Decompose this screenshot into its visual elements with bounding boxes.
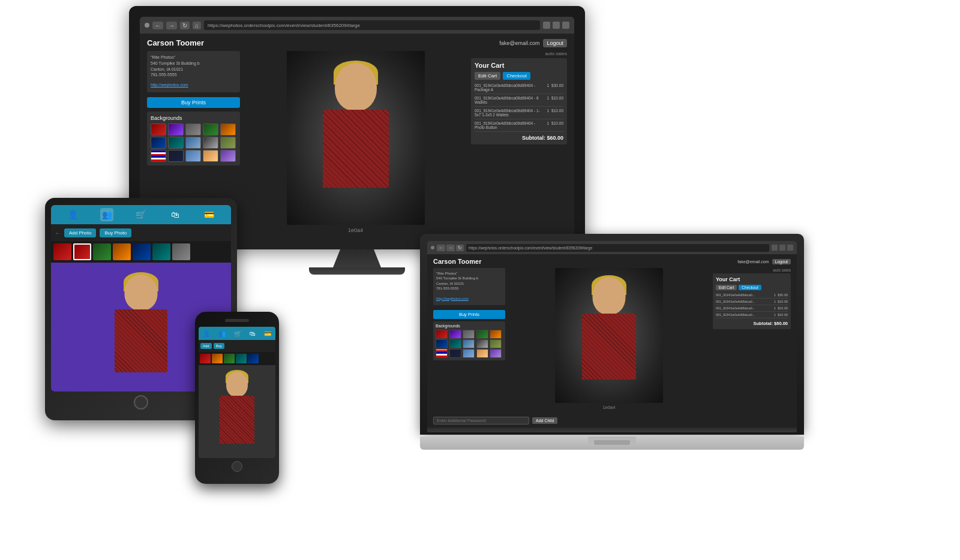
laptop-url-bar[interactable]: https://wephotos.orderschoolpix.com/even… bbox=[466, 244, 769, 252]
tablet-bg-6[interactable] bbox=[152, 243, 170, 260]
cart-item-1-qty: 1 bbox=[547, 83, 549, 88]
backgrounds-title: Backgrounds bbox=[151, 115, 236, 121]
tablet-buy-photo-button[interactable]: Buy Photo bbox=[100, 228, 131, 237]
phone-bg-3[interactable] bbox=[224, 354, 235, 363]
laptop-ci-2-price: $10.00 bbox=[778, 300, 788, 303]
bg-thumb-3[interactable] bbox=[185, 124, 201, 136]
bg-thumb-8[interactable] bbox=[185, 137, 201, 149]
laptop-reload-button[interactable]: ↻ bbox=[456, 245, 464, 251]
checkout-button[interactable]: Checkout bbox=[503, 72, 530, 80]
tablet-back-arrow[interactable]: ← bbox=[55, 230, 61, 236]
bg-thumb-5[interactable] bbox=[220, 124, 236, 136]
phone-outer: 👤 👥 🛒 🛍 💳 Add Buy bbox=[195, 312, 279, 484]
cart-item-4-price: $10.00 bbox=[551, 121, 563, 125]
tablet-bg-3[interactable] bbox=[93, 243, 111, 260]
phone-action-bar: Add Buy bbox=[199, 340, 275, 352]
bg-thumb-11[interactable] bbox=[151, 150, 166, 162]
laptop-bg-6[interactable] bbox=[436, 339, 448, 348]
laptop-hinge bbox=[420, 432, 804, 435]
laptop-action-1 bbox=[772, 245, 778, 251]
laptop-bg-10[interactable] bbox=[490, 339, 502, 348]
phone-bg-4[interactable] bbox=[236, 354, 247, 363]
phone-shop-icon: 🛍 bbox=[250, 330, 256, 337]
laptop-bg-3[interactable] bbox=[463, 330, 475, 339]
laptop-checkout-button[interactable]: Checkout bbox=[739, 285, 761, 290]
forward-button[interactable]: → bbox=[166, 22, 177, 29]
logout-button[interactable]: Logout bbox=[543, 39, 567, 47]
laptop-student-photo bbox=[555, 268, 663, 403]
buy-prints-button[interactable]: Buy Prints bbox=[147, 97, 240, 108]
browser-url-bar[interactable]: https://wephotos.orderschoolpix.com/even… bbox=[204, 20, 540, 30]
tablet-bg-4[interactable] bbox=[113, 243, 131, 260]
back-button[interactable]: ← bbox=[152, 22, 163, 29]
phone-bg-1[interactable] bbox=[200, 354, 211, 363]
phone-buy-button[interactable]: Buy bbox=[214, 343, 224, 349]
laptop-header-right: fake@email.com Logout bbox=[737, 259, 791, 264]
bg-thumb-4[interactable] bbox=[203, 124, 218, 136]
laptop-buy-prints-button[interactable]: Buy Prints bbox=[433, 310, 505, 319]
phone-bg-5[interactable] bbox=[248, 354, 259, 363]
add-child-button[interactable]: Add Child bbox=[532, 417, 557, 424]
bg-thumb-12[interactable] bbox=[168, 150, 184, 162]
laptop-bg-14[interactable] bbox=[476, 349, 488, 358]
tablet-bg-5[interactable] bbox=[133, 243, 151, 260]
tablet-action-bar: ← Add Photo Buy Photo bbox=[51, 224, 231, 241]
bg-thumb-7[interactable] bbox=[168, 137, 184, 149]
laptop-forward-button[interactable]: → bbox=[446, 245, 455, 251]
cart-item-3-qty: 1 bbox=[547, 109, 549, 113]
laptop-actions bbox=[772, 245, 793, 251]
bg-thumb-1[interactable] bbox=[151, 124, 166, 136]
laptop-device: ← → ↻ https://wephotos.orderschoolpix.co… bbox=[420, 234, 804, 450]
bg-thumb-9[interactable] bbox=[203, 137, 218, 149]
phone-home-button[interactable] bbox=[232, 461, 242, 472]
tablet-bg-7[interactable] bbox=[172, 243, 190, 260]
reload-button[interactable]: ↻ bbox=[180, 22, 190, 29]
laptop-figure-body bbox=[582, 314, 636, 380]
laptop-bg-9[interactable] bbox=[476, 339, 488, 348]
user-email: fake@email.com bbox=[499, 40, 539, 46]
laptop-bg-11[interactable] bbox=[436, 349, 448, 358]
studio-website[interactable]: http://wephotos.com bbox=[151, 83, 188, 87]
edit-cart-button[interactable]: Edit Cart bbox=[475, 72, 500, 80]
laptop-bg-1[interactable] bbox=[436, 330, 448, 339]
bg-thumb-15[interactable] bbox=[220, 150, 236, 162]
laptop-bg-13[interactable] bbox=[463, 349, 475, 358]
laptop-bg-12[interactable] bbox=[449, 349, 461, 358]
tablet-bg-1[interactable] bbox=[53, 243, 71, 260]
laptop-bg-2[interactable] bbox=[449, 330, 461, 339]
phone-student-figure bbox=[213, 367, 261, 457]
laptop-right-panel: auto sales Your Cart Edit Cart Checkout … bbox=[713, 268, 791, 410]
laptop-bg-5[interactable] bbox=[490, 330, 502, 339]
laptop-studio-name: "Rite Photos" bbox=[436, 271, 502, 276]
laptop-logout-button[interactable]: Logout bbox=[772, 259, 791, 264]
tablet-home-button[interactable] bbox=[134, 395, 148, 410]
tablet-bg-2[interactable] bbox=[73, 243, 91, 260]
bg-thumb-6[interactable] bbox=[151, 137, 166, 149]
laptop-bg-15[interactable] bbox=[490, 349, 502, 358]
phone-bg-2[interactable] bbox=[212, 354, 223, 363]
laptop-backgrounds: Backgrounds bbox=[433, 321, 505, 360]
browser-url-text: https://wephotos.orderschoolpix.com/even… bbox=[208, 23, 360, 28]
bg-thumb-10[interactable] bbox=[220, 137, 236, 149]
cart-items: 001_91941e0a4d0bbca08d89404 - Package A … bbox=[475, 83, 563, 132]
phone-add-button[interactable]: Add bbox=[200, 343, 212, 349]
bg-thumb-13[interactable] bbox=[185, 150, 201, 162]
bg-thumb-14[interactable] bbox=[203, 150, 218, 162]
bg-thumb-2[interactable] bbox=[168, 124, 184, 136]
home-button[interactable]: ⌂ bbox=[193, 22, 201, 29]
tablet-add-photo-button[interactable]: Add Photo bbox=[64, 228, 96, 237]
laptop-bg-8[interactable] bbox=[463, 339, 475, 348]
tablet-bg-row bbox=[51, 241, 231, 263]
additional-password-input[interactable] bbox=[433, 417, 529, 424]
scene: ← → ↻ ⌂ https://wephotos.orderschoolpix.… bbox=[0, 0, 960, 560]
phone-figure-head bbox=[226, 372, 248, 397]
laptop-bg-4[interactable] bbox=[476, 330, 488, 339]
cart-box: Your Cart Edit Cart Checkout 001_91941e0… bbox=[471, 58, 567, 144]
laptop-studio-website[interactable]: http://wephotos.com bbox=[436, 297, 469, 300]
laptop-edit-cart-button[interactable]: Edit Cart bbox=[716, 285, 737, 290]
laptop-back-button[interactable]: ← bbox=[437, 245, 445, 251]
laptop-ci-4-qty: 1 bbox=[774, 313, 776, 317]
laptop-ci-1-price: $30.00 bbox=[778, 293, 788, 297]
laptop-bg-7[interactable] bbox=[449, 339, 461, 348]
laptop-screen-outer: ← → ↻ https://wephotos.orderschoolpix.co… bbox=[420, 234, 804, 432]
